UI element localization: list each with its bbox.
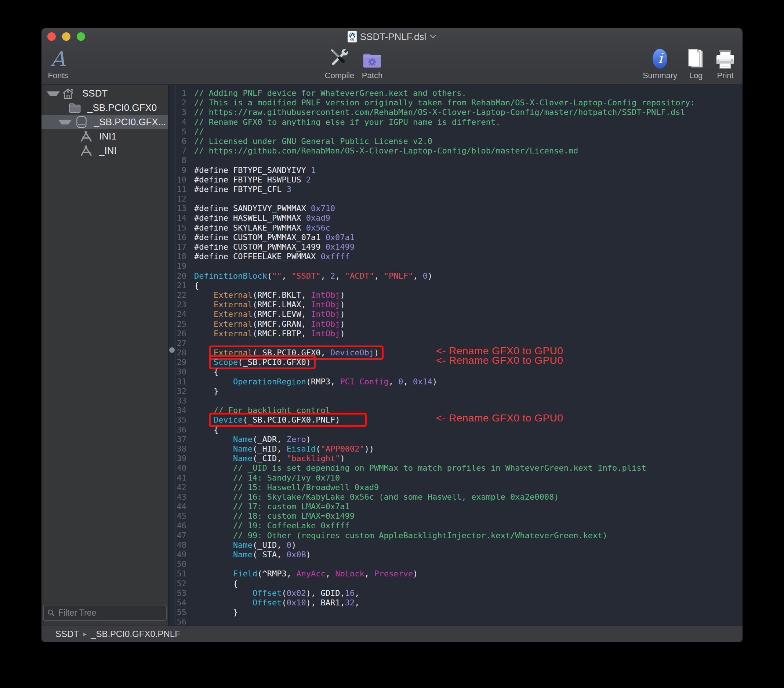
code-line[interactable]: 24 External(RMCF.LEVW, IntObj): [168, 310, 743, 319]
code-token: Offset: [252, 589, 282, 598]
code-token: (_ADR,: [252, 435, 287, 444]
chevron-down-icon[interactable]: [430, 35, 436, 39]
code-line[interactable]: 8: [168, 156, 743, 165]
zoom-button[interactable]: [77, 32, 85, 41]
code-line[interactable]: 9#define FBTYPE_SANDYIVY 1: [168, 166, 743, 175]
code-content: // 15: Haswell/Broadwell 0xad9: [194, 483, 379, 492]
code-line[interactable]: 43 // 16: Skylake/KabyLake 0x56c (and so…: [168, 492, 743, 502]
code-line[interactable]: 19: [168, 261, 743, 271]
code-token: [194, 463, 233, 472]
code-line[interactable]: 6// Licensed under GNU General Public Li…: [168, 137, 743, 146]
line-number: 2: [168, 98, 189, 107]
code-line[interactable]: 36 {: [168, 425, 743, 435]
code-line[interactable]: 14#define HASWELL_PWMMAX 0xad9: [168, 213, 743, 223]
line-number: 45: [168, 511, 189, 521]
line-number: 40: [168, 463, 189, 473]
log-button[interactable]: Log: [687, 44, 705, 81]
sidebar-item-ssdt[interactable]: SSDT: [41, 86, 168, 101]
minimize-button[interactable]: [62, 32, 71, 41]
code-line[interactable]: 48 Name(_UID, 0): [168, 540, 743, 550]
code-line[interactable]: 44 // 17: custom LMAX=0x7a1: [168, 502, 743, 511]
code-line[interactable]: 30 {: [168, 367, 743, 377]
code-line[interactable]: 35 Device(_SB.PCI0.GFX0.PNLF)<- Rename G…: [168, 415, 743, 425]
code-line[interactable]: 4// Rename GFX0 to anything else if your…: [168, 117, 743, 127]
code-token: Name: [233, 454, 252, 463]
code-line[interactable]: 56: [168, 617, 743, 625]
code-line[interactable]: 53 Offset(0x02), GDID,16,: [168, 589, 743, 598]
line-number: 3: [168, 107, 189, 117]
code-line[interactable]: 26 External(RMCF.FBTP, IntObj): [168, 329, 743, 338]
code-line[interactable]: 39 Name(_CID, "backlight"): [168, 454, 743, 463]
code-line[interactable]: 22 External(RMCF.BKLT, IntObj): [168, 290, 743, 300]
code-line[interactable]: 25 External(RMCF.GRAN, IntObj): [168, 319, 743, 329]
code-line[interactable]: 18#define COFFEELAKE_PWMMAX 0xffff: [168, 252, 743, 261]
code-line[interactable]: 12: [168, 194, 743, 204]
code-token: [194, 290, 214, 300]
line-number: 1: [168, 89, 189, 98]
code-line[interactable]: 52 {: [168, 579, 743, 589]
code-token: IntObj: [311, 300, 340, 309]
code-line[interactable]: 46 // 19: CoffeeLake 0xffff: [168, 521, 743, 531]
compile-button[interactable]: Compile: [325, 44, 354, 81]
code-line[interactable]: 5//: [168, 127, 743, 137]
code-content: // This is a modified PNLF version origi…: [194, 98, 695, 107]
code-line[interactable]: 41 // 14: Sandy/Ivy 0x710: [168, 473, 743, 483]
code-line[interactable]: 10#define FBTYPE_HSWPLUS 2: [168, 175, 743, 185]
code-line[interactable]: 16#define CUSTOM_PWMMAX_07a1 0x07a1: [168, 233, 743, 242]
code-line[interactable]: 20DefinitionBlock("", "SSDT", 2, "ACDT",…: [168, 271, 743, 281]
code-line[interactable]: 23 External(RMCF.LMAX, IntObj): [168, 300, 743, 310]
sidebar-item-ini1[interactable]: INI1: [41, 129, 168, 144]
code-line[interactable]: 45 // 18: custom LMAX=0x1499: [168, 511, 743, 521]
code-line[interactable]: 31 OperationRegion(RMP3, PCI_Config, 0, …: [168, 377, 743, 386]
code-line[interactable]: 7// https://github.com/RehabMan/OS-X-Clo…: [168, 146, 743, 156]
window-title-group[interactable]: DSL SSDT-PNLF.dsl: [348, 30, 436, 43]
code-line[interactable]: 13#define SANDYIVY_PWMMAX 0x710: [168, 204, 743, 213]
code-line[interactable]: 21{: [168, 281, 743, 290]
code-line[interactable]: 2// This is a modified PNLF version orig…: [168, 98, 743, 107]
code-line[interactable]: 15#define SKYLAKE_PWMMAX 0x56c: [168, 223, 743, 233]
code-line[interactable]: 54 Offset(0x10), BAR1,32,: [168, 598, 743, 607]
code-line[interactable]: 38 Name(_HID, EisaId("APP0002")): [168, 444, 743, 454]
code-line[interactable]: 29 Scope(_SB.PCI0.GFX0)<- Rename GFX0 to…: [168, 358, 743, 367]
code-token: ,: [354, 598, 359, 607]
code-editor[interactable]: 1// Adding PNLF device for WhateverGreen…: [168, 85, 743, 625]
tree-item-label: INI1: [99, 131, 117, 142]
fonts-button[interactable]: A Fonts: [48, 44, 68, 81]
patch-button[interactable]: Patch: [362, 44, 382, 81]
code-token: ), GDID,: [306, 589, 345, 598]
code-line[interactable]: 49 Name(_STA, 0x0B): [168, 550, 743, 559]
code-content: #define FBTYPE_HSWPLUS 2: [194, 175, 311, 185]
code-line[interactable]: 3// https://raw.githubusercontent.com/Re…: [168, 107, 743, 117]
code-line[interactable]: 32 }: [168, 386, 743, 396]
code-line[interactable]: 1// Adding PNLF device for WhateverGreen…: [168, 89, 743, 98]
code-line[interactable]: 51 Field(^RMP3, AnyAcc, NoLock, Preserve…: [168, 569, 743, 579]
code-line[interactable]: 50: [168, 559, 743, 569]
disclosure-triangle-icon[interactable]: [58, 120, 72, 124]
line-number: 53: [168, 589, 189, 598]
code-token: Zero: [287, 435, 306, 444]
code-line[interactable]: 37 Name(_ADR, Zero): [168, 435, 743, 444]
code-line[interactable]: 11#define FBTYPE_CFL 3: [168, 185, 743, 194]
summary-button[interactable]: i Summary: [643, 44, 677, 81]
code-line[interactable]: 55 }: [168, 607, 743, 617]
code-line[interactable]: 17#define CUSTOM_PWMMAX_1499 0x1499: [168, 242, 743, 252]
status-bar: SSDT ▸ _SB.PCI0.GFX0.PNLF: [41, 625, 743, 642]
code-line[interactable]: 42 // 15: Haswell/Broadwell 0xad9: [168, 483, 743, 492]
code-line[interactable]: 47 // 99: Other (requires custom AppleBa…: [168, 531, 743, 540]
code-token: [194, 377, 233, 386]
print-button[interactable]: Print: [715, 44, 735, 81]
code-line[interactable]: 40 // _UID is set depending on PWMMax to…: [168, 463, 743, 473]
code-token: Preserve: [374, 569, 413, 578]
sidebar-item-gfx0-device-selected[interactable]: _SB.PCI0.GFX...: [41, 115, 168, 129]
code-token: 3: [287, 185, 292, 194]
close-button[interactable]: [47, 32, 56, 41]
sidebar-item-gfx0-scope[interactable]: _SB.PCI0.GFX0: [41, 101, 168, 115]
line-number: 29: [168, 358, 189, 367]
filter-tree-input[interactable]: [58, 607, 162, 618]
code-content: // https://raw.githubusercontent.com/Reh…: [194, 107, 685, 117]
gutter-marker-dot[interactable]: [169, 347, 175, 353]
sidebar-item-ini[interactable]: _INI: [41, 144, 168, 158]
code-line[interactable]: 33: [168, 396, 743, 406]
disclosure-triangle-icon[interactable]: [47, 91, 60, 96]
filter-tree-field[interactable]: [43, 605, 166, 621]
